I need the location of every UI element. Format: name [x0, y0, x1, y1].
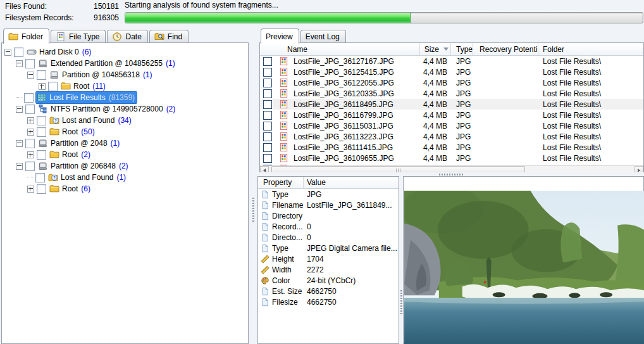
file-checkbox[interactable] — [263, 132, 272, 141]
property-row-filename[interactable]: FilenameLostFile_JPG_3611849... — [258, 200, 399, 210]
expand-icon[interactable] — [27, 129, 34, 136]
table-row[interactable]: LostFile_JPG_36116799.JPG4,4 MBJPGLost F… — [260, 110, 643, 120]
tree-item-extended-partition-104856255[interactable]: Extended Partition @ 104856255(1) — [2, 58, 248, 69]
tab-folder[interactable]: Folder — [3, 29, 49, 44]
property-row-record[interactable]: Record...0 — [258, 221, 399, 232]
table-row[interactable]: LostFile_JPG_36122055.JPG4,4 MBJPGLost F… — [260, 77, 643, 88]
file-checkbox[interactable] — [263, 111, 272, 120]
file-size-cell: 4,4 MB — [420, 122, 451, 131]
lost-and-found-icon: ? — [49, 115, 59, 125]
jpg-file-icon — [279, 99, 288, 109]
column-header-recovery-potential[interactable]: Recovery Potential — [473, 43, 538, 55]
file-icon-cell — [278, 56, 292, 66]
collapse-icon[interactable] — [16, 140, 23, 147]
column-header-folder[interactable]: Folder — [538, 43, 643, 55]
column-header-type[interactable]: Type — [451, 43, 473, 55]
tree-item-lost-and-found[interactable]: ?Lost and Found(34) — [2, 115, 248, 126]
file-checkbox[interactable] — [263, 100, 272, 109]
root-folder-icon — [49, 150, 59, 160]
collapse-icon[interactable] — [16, 106, 23, 113]
tree-item-partition-206848[interactable]: Partition @ 206848(2) — [2, 160, 248, 172]
tree-checkbox[interactable] — [25, 162, 35, 171]
tab-find[interactable]: Find — [149, 30, 189, 42]
tree-item-label: Lost and Found — [60, 173, 114, 182]
file-checkbox[interactable] — [263, 68, 272, 77]
row-checkbox-cell — [260, 100, 278, 109]
property-row-type[interactable]: TypeJPEG Digital Camera file... — [258, 243, 399, 253]
tab-label: Event Log — [306, 32, 340, 41]
tree-item-ntfs-partition-149905728000[interactable]: NTFS Partition @ 149905728000(2) — [2, 103, 248, 115]
tree-item-lost-file-results[interactable]: Lost File Results(81359) — [2, 92, 248, 103]
property-row-type[interactable]: TypeJPG — [258, 189, 399, 200]
folder-cell: Lost File Results\ — [538, 132, 643, 141]
main-vertical-splitter[interactable] — [249, 42, 257, 344]
property-row-filesize[interactable]: Filesize4662750 — [258, 296, 399, 307]
expand-icon[interactable] — [27, 151, 34, 158]
file-checkbox[interactable] — [263, 79, 272, 87]
tree-checkbox[interactable] — [14, 48, 23, 57]
tree-checkbox[interactable] — [24, 93, 34, 103]
table-row[interactable]: LostFile_JPG_36111415.JPG4,4 MBJPGLost F… — [260, 142, 643, 153]
table-row[interactable]: LostFile_JPG_36109655.JPG4,4 MBJPGLost F… — [260, 153, 643, 163]
collapse-icon[interactable] — [16, 60, 23, 67]
tree-item-hard-disk-0[interactable]: Hard Disk 0(6) — [2, 46, 248, 58]
tree-checkbox[interactable] — [37, 127, 46, 137]
column-header-size[interactable]: Size — [420, 43, 451, 55]
tree-item-partition-104856318[interactable]: Partition @ 104856318(1) — [2, 69, 248, 80]
file-icon-cell — [278, 67, 292, 77]
column-header-label: Size — [424, 45, 439, 54]
tree-checkbox[interactable] — [25, 59, 35, 68]
file-checkbox[interactable] — [263, 122, 272, 131]
expand-icon[interactable] — [39, 83, 46, 90]
collapse-icon[interactable] — [16, 163, 23, 170]
tree-checkbox[interactable] — [25, 139, 35, 148]
table-row[interactable]: LostFile_JPG_36113223.JPG4,4 MBJPGLost F… — [260, 131, 643, 142]
tab-preview[interactable]: Preview — [261, 29, 299, 44]
property-row-directo[interactable]: Directo...0 — [258, 232, 399, 243]
collapse-icon[interactable] — [4, 49, 11, 56]
tree-item-root[interactable]: Root(50) — [2, 126, 248, 137]
folder-cell: Lost File Results\ — [538, 79, 643, 87]
tree-checkbox[interactable] — [25, 105, 35, 114]
tree-item-root[interactable]: Root(2) — [2, 149, 248, 160]
tab-event-log[interactable]: Event Log — [300, 30, 346, 42]
table-row[interactable]: LostFile_JPG_36118495.JPG4,4 MBJPGLost F… — [260, 99, 643, 110]
file-name-cell: LostFile_JPG_36116799.JPG — [292, 111, 420, 120]
file-checkbox[interactable] — [263, 154, 272, 163]
table-row[interactable]: LostFile_JPG_36115031.JPG4,4 MBJPGLost F… — [260, 120, 643, 131]
file-checkbox[interactable] — [263, 57, 272, 66]
property-row-directory[interactable]: Directory — [258, 210, 399, 221]
tree-item-label: Partition @ 104856318 — [61, 70, 140, 79]
collapse-icon[interactable] — [27, 72, 34, 79]
tree-checkbox[interactable] — [37, 70, 46, 80]
tree-item-lost-and-found[interactable]: ?Lost and Found(1) — [2, 172, 248, 183]
table-row[interactable]: LostFile_JPG_36120335.JPG4,4 MBJPGLost F… — [260, 88, 643, 99]
tab-label: Preview — [266, 32, 293, 41]
property-name: Type — [272, 244, 304, 253]
expand-icon[interactable] — [27, 186, 34, 193]
file-checkbox[interactable] — [263, 89, 272, 98]
tree-checkbox[interactable] — [37, 116, 46, 125]
column-header-name[interactable]: Name — [260, 43, 420, 55]
property-row-height[interactable]: Height1704 — [258, 253, 399, 264]
folder-cell: Lost File Results\ — [538, 122, 643, 131]
property-row-est-size[interactable]: Est. Size4662750 — [258, 286, 399, 296]
table-row[interactable]: LostFile_JPG_36125415.JPG4,4 MBJPGLost F… — [260, 67, 643, 77]
expand-icon[interactable] — [27, 117, 34, 124]
tab-file-type[interactable]: File Type — [51, 30, 106, 42]
tree-checkbox[interactable] — [35, 173, 45, 182]
tree-checkbox[interactable] — [37, 184, 46, 194]
tree-checkbox[interactable] — [48, 82, 58, 91]
tab-date[interactable]: Date — [107, 30, 147, 42]
file-size-cell: 4,4 MB — [420, 154, 451, 163]
property-row-color[interactable]: Color24-bit (YCbCr) — [258, 275, 399, 286]
tree-checkbox[interactable] — [37, 150, 46, 160]
tree-item-partition-2048[interactable]: Partition @ 2048(1) — [2, 137, 248, 149]
file-checkbox[interactable] — [263, 143, 272, 152]
tree-item-root[interactable]: Root(6) — [2, 183, 248, 194]
property-row-width[interactable]: Width2272 — [258, 264, 399, 275]
tree-item-content: Root(6) — [49, 183, 92, 194]
tree-item-content: Root(11) — [60, 80, 108, 92]
tree-item-root[interactable]: Root(11) — [2, 80, 248, 92]
table-row[interactable]: LostFile_JPG_36127167.JPG4,4 MBJPGLost F… — [260, 56, 643, 67]
